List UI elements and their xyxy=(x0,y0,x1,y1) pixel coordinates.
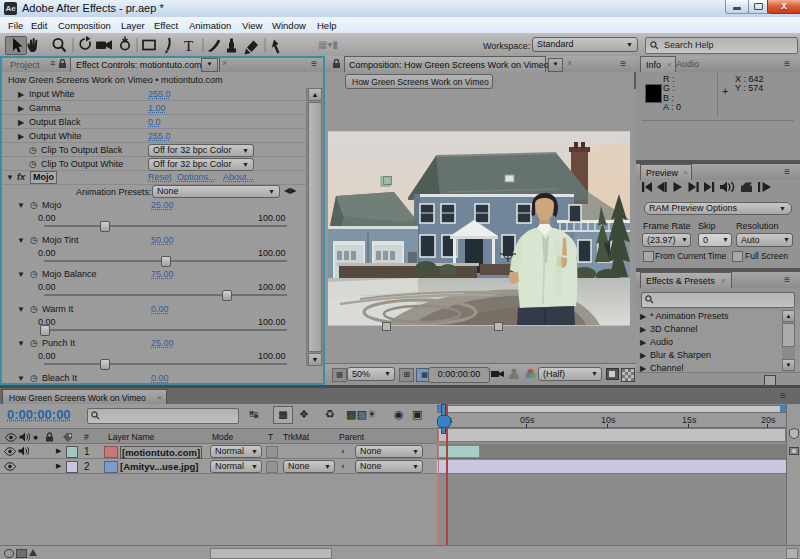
svg-text:T: T xyxy=(184,38,193,54)
